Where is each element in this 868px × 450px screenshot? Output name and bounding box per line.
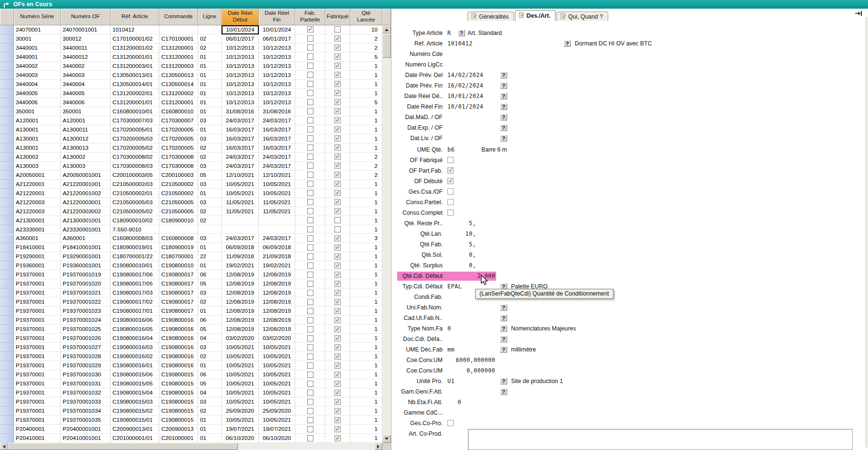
- column-header[interactable]: Date Réel Fin: [259, 9, 295, 25]
- cell[interactable]: C190800010/01: [111, 261, 159, 270]
- cell[interactable]: 03: [198, 180, 222, 189]
- fab-partielle-cell[interactable]: [295, 279, 325, 288]
- cell[interactable]: 12/08/2019: [259, 325, 295, 334]
- row-selector-cell[interactable]: [0, 89, 14, 98]
- row-selector-cell[interactable]: [0, 171, 14, 180]
- cell[interactable]: 1: [350, 379, 382, 388]
- cell[interactable]: 1: [350, 307, 382, 316]
- checkbox[interactable]: [334, 217, 341, 223]
- checkbox[interactable]: [334, 253, 341, 260]
- cell[interactable]: C131200003/01: [111, 62, 159, 71]
- cell[interactable]: C190800017/02: [111, 297, 159, 307]
- cell[interactable]: 01: [198, 243, 222, 252]
- row-selector-cell[interactable]: [0, 44, 14, 53]
- cell[interactable]: 10/05/2021: [259, 388, 295, 397]
- cell[interactable]: 1: [350, 71, 382, 80]
- cell[interactable]: C190800017/05: [111, 279, 159, 288]
- checkbox[interactable]: [307, 435, 313, 441]
- cell[interactable]: 34400011: [61, 44, 111, 53]
- fab-partielle-cell[interactable]: [295, 234, 325, 243]
- field-value[interactable]: 16/02/2024: [447, 82, 483, 90]
- fabrique-cell[interactable]: [325, 425, 350, 434]
- scroll-down-button[interactable]: [382, 435, 391, 443]
- cell[interactable]: C190800016/04: [111, 334, 159, 343]
- fab-partielle-cell[interactable]: [295, 243, 325, 252]
- cell[interactable]: A130002: [14, 153, 61, 162]
- fab-partielle-cell[interactable]: [295, 216, 325, 225]
- fab-partielle-cell[interactable]: [295, 34, 325, 44]
- cell[interactable]: 10/12/2013: [259, 53, 295, 62]
- checkbox[interactable]: [334, 126, 341, 132]
- cell[interactable]: 05: [198, 279, 222, 288]
- table-row[interactable]: A23330001A233300010017-550-90101: [0, 225, 382, 234]
- cell[interactable]: [259, 216, 295, 225]
- cell[interactable]: 25/09/2020: [222, 406, 259, 416]
- fabrique-cell[interactable]: [325, 80, 350, 89]
- table-row[interactable]: A130003A130003C170300008/03C170300008032…: [0, 162, 382, 171]
- cell[interactable]: 10/12/2013: [222, 89, 259, 98]
- fab-partielle-cell[interactable]: [295, 89, 325, 98]
- field-value[interactable]: 6000,000000: [447, 356, 495, 364]
- cell[interactable]: [259, 225, 295, 234]
- field-value[interactable]: 5,: [447, 220, 476, 228]
- cell[interactable]: C190800015: [159, 416, 198, 425]
- checkbox[interactable]: [307, 344, 313, 351]
- cell[interactable]: 16/03/2017: [222, 143, 259, 153]
- checkbox[interactable]: [307, 72, 313, 78]
- checkbox[interactable]: [334, 172, 341, 178]
- cell[interactable]: C131200002: [159, 89, 198, 98]
- cell[interactable]: 1: [350, 279, 382, 288]
- checkbox[interactable]: [307, 272, 313, 278]
- checkbox[interactable]: [307, 181, 313, 187]
- cell[interactable]: 2: [350, 153, 382, 162]
- cell[interactable]: 10/01/2024: [222, 25, 259, 34]
- cell[interactable]: 2: [350, 44, 382, 53]
- cell[interactable]: 24/03/2017: [222, 162, 259, 171]
- cell[interactable]: 10/05/2021: [222, 352, 259, 361]
- cell[interactable]: 350001: [61, 107, 111, 116]
- cell[interactable]: A20050001: [14, 171, 61, 180]
- checkbox[interactable]: [307, 317, 313, 323]
- cell[interactable]: 16/03/2017: [259, 125, 295, 134]
- cell[interactable]: 24/03/2017: [259, 153, 295, 162]
- cell[interactable]: P19370001: [14, 406, 61, 416]
- field-value[interactable]: 0,: [447, 251, 476, 259]
- cell[interactable]: A21220003: [14, 198, 61, 207]
- cell[interactable]: 01: [198, 125, 222, 134]
- cell[interactable]: 10/12/2013: [259, 44, 295, 53]
- cell[interactable]: 31/08/2016: [222, 107, 259, 116]
- cell[interactable]: 11/05/2021: [222, 207, 259, 216]
- table-row[interactable]: P20400001P20400001001C200900013/01C20090…: [0, 425, 382, 434]
- cell[interactable]: 01: [198, 361, 222, 370]
- fabrique-cell[interactable]: [325, 397, 350, 406]
- cell[interactable]: P19370001: [14, 343, 61, 352]
- table-row[interactable]: P19370001P19370001024C190800016/06C19080…: [0, 316, 382, 325]
- cell[interactable]: P19370001: [14, 388, 61, 397]
- cell[interactable]: 2: [350, 162, 382, 171]
- cell[interactable]: C201000001/01: [111, 434, 159, 443]
- cell[interactable]: C160800008/03: [111, 234, 159, 243]
- cell[interactable]: C130500014/01: [111, 80, 159, 89]
- cell[interactable]: 24/03/2017: [259, 162, 295, 171]
- row-selector-cell[interactable]: [0, 153, 14, 162]
- table-row[interactable]: A21220003A21220003002C210500005/02C21050…: [0, 207, 382, 216]
- fab-partielle-cell[interactable]: [295, 316, 325, 325]
- cell[interactable]: 10/12/2013: [259, 62, 295, 71]
- checkbox[interactable]: [307, 99, 313, 105]
- fabrique-cell[interactable]: [325, 288, 350, 297]
- row-selector-cell[interactable]: [0, 162, 14, 171]
- cell[interactable]: C190800016/05: [111, 325, 159, 334]
- checkbox[interactable]: [307, 35, 313, 42]
- cell[interactable]: 24/03/2017: [222, 153, 259, 162]
- cell[interactable]: 31/08/2016: [259, 107, 295, 116]
- table-row[interactable]: P19370001P19370001020C190800017/05C19080…: [0, 279, 382, 288]
- row-selector-cell[interactable]: [0, 379, 14, 388]
- fabrique-cell[interactable]: [325, 134, 350, 143]
- cell[interactable]: A130001: [14, 125, 61, 134]
- checkbox[interactable]: [307, 54, 313, 60]
- cell[interactable]: C190800017: [159, 279, 198, 288]
- cell[interactable]: C190800015/01: [111, 416, 159, 425]
- cell[interactable]: C190800017: [159, 270, 198, 279]
- fabrique-cell[interactable]: [325, 89, 350, 98]
- checkbox[interactable]: [307, 335, 313, 341]
